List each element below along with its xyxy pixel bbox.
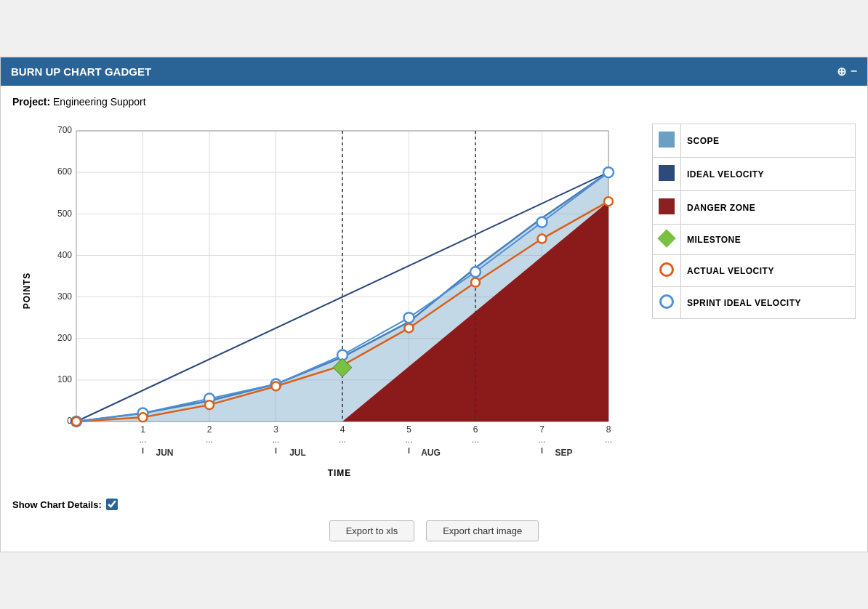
show-details-label: Show Chart Details: [12, 499, 102, 510]
collapse-icon[interactable]: − [851, 65, 857, 78]
gadget-header: BURN UP CHART GADGET ⊕ − [1, 57, 867, 86]
button-row: Export to xls Export chart image [12, 520, 856, 541]
export-xls-button[interactable]: Export to xls [329, 520, 415, 541]
legend-label-actual_velocity: ACTUAL VELOCITY [681, 255, 856, 287]
legend-color-ideal_velocity [653, 158, 681, 191]
export-image-button[interactable]: Export chart image [426, 520, 539, 541]
gadget-body: Project: Engineering Support POINTS TIME [1, 86, 867, 490]
chart-area: POINTS TIME SCOPE IDEAL VELOCITY DANGER … [12, 116, 856, 478]
legend-area: SCOPE IDEAL VELOCITY DANGER ZONE MILESTO… [638, 116, 856, 478]
project-name: Engineering Support [53, 96, 146, 108]
header-icons: ⊕ − [837, 65, 857, 78]
chart-wrapper: POINTS TIME [12, 116, 638, 478]
move-icon[interactable]: ⊕ [837, 65, 846, 78]
legend-color-actual_velocity [653, 255, 681, 287]
x-axis-label: TIME [41, 468, 638, 478]
legend-label-milestone: MILESTONE [681, 225, 856, 255]
show-details-row: Show Chart Details: [12, 499, 856, 510]
legend-label-ideal_velocity: IDEAL VELOCITY [681, 158, 856, 191]
show-details-checkbox[interactable] [106, 499, 118, 510]
legend-color-milestone [653, 225, 681, 255]
gadget-title: BURN UP CHART GADGET [11, 65, 151, 78]
burn-up-chart [41, 116, 623, 465]
legend-color-danger_zone [653, 191, 681, 225]
legend-label-scope: SCOPE [681, 124, 856, 158]
legend-color-sprint_ideal [653, 287, 681, 319]
legend-table: SCOPE IDEAL VELOCITY DANGER ZONE MILESTO… [652, 124, 856, 319]
project-label: Project: Engineering Support [12, 96, 856, 108]
legend-label-sprint_ideal: SPRINT IDEAL VELOCITY [681, 287, 856, 319]
legend-color-scope [653, 124, 681, 158]
y-axis-label: POINTS [22, 273, 32, 310]
project-key: Project: [12, 96, 50, 108]
bottom-bar: Show Chart Details: Export to xls Export… [1, 490, 867, 552]
legend-label-danger_zone: DANGER ZONE [681, 191, 856, 225]
gadget-container: BURN UP CHART GADGET ⊕ − Project: Engine… [0, 57, 868, 552]
